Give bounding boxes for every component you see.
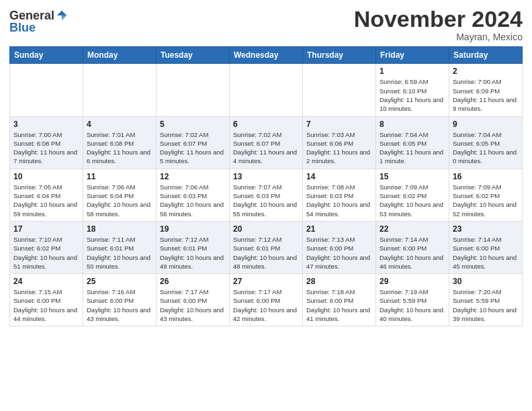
day-number: 21 bbox=[306, 224, 372, 234]
calendar-day-10: 10Sunrise: 7:05 AMSunset: 6:04 PMDayligh… bbox=[10, 169, 83, 221]
day-info: Sunrise: 6:59 AMSunset: 6:10 PMDaylight:… bbox=[380, 77, 445, 113]
month-title: November 2024 bbox=[354, 7, 523, 32]
day-info: Sunrise: 7:06 AMSunset: 6:03 PMDaylight:… bbox=[160, 183, 226, 218]
day-number: 20 bbox=[233, 224, 299, 234]
weekday-header-friday: Friday bbox=[376, 47, 449, 64]
day-number: 5 bbox=[160, 120, 226, 129]
calendar-day-17: 17Sunrise: 7:10 AMSunset: 6:02 PMDayligh… bbox=[10, 221, 83, 273]
day-info: Sunrise: 7:14 AMSunset: 6:00 PMDaylight:… bbox=[380, 235, 445, 271]
calendar-week-row: 1Sunrise: 6:59 AMSunset: 6:10 PMDaylight… bbox=[10, 64, 523, 116]
day-info: Sunrise: 7:12 AMSunset: 6:01 PMDaylight:… bbox=[233, 235, 299, 271]
calendar-day-12: 12Sunrise: 7:06 AMSunset: 6:03 PMDayligh… bbox=[157, 169, 230, 221]
day-number: 8 bbox=[380, 120, 445, 129]
day-info: Sunrise: 7:18 AMSunset: 6:00 PMDaylight:… bbox=[306, 287, 372, 323]
day-info: Sunrise: 7:09 AMSunset: 6:02 PMDaylight:… bbox=[453, 183, 519, 218]
day-number: 9 bbox=[453, 120, 519, 129]
calendar-day-3: 3Sunrise: 7:00 AMSunset: 6:08 PMDaylight… bbox=[10, 116, 83, 169]
logo-blue: Blue bbox=[9, 21, 36, 34]
weekday-header-monday: Monday bbox=[83, 47, 157, 64]
day-info: Sunrise: 7:02 AMSunset: 6:07 PMDaylight:… bbox=[160, 130, 226, 166]
day-info: Sunrise: 7:10 AMSunset: 6:02 PMDaylight:… bbox=[13, 235, 79, 271]
calendar-day-28: 28Sunrise: 7:18 AMSunset: 6:00 PMDayligh… bbox=[303, 274, 376, 326]
day-info: Sunrise: 7:07 AMSunset: 6:03 PMDaylight:… bbox=[233, 183, 299, 218]
svg-marker-1 bbox=[62, 15, 66, 20]
day-number: 22 bbox=[380, 224, 445, 234]
day-number: 18 bbox=[87, 224, 152, 234]
day-info: Sunrise: 7:17 AMSunset: 6:00 PMDaylight:… bbox=[160, 287, 226, 323]
calendar-day-30: 30Sunrise: 7:20 AMSunset: 5:59 PMDayligh… bbox=[449, 274, 523, 326]
day-info: Sunrise: 7:20 AMSunset: 5:59 PMDaylight:… bbox=[453, 287, 519, 323]
calendar-day-13: 13Sunrise: 7:07 AMSunset: 6:03 PMDayligh… bbox=[230, 169, 303, 221]
day-info: Sunrise: 7:00 AMSunset: 6:08 PMDaylight:… bbox=[13, 130, 79, 166]
calendar-empty-cell bbox=[157, 64, 230, 116]
day-number: 23 bbox=[453, 224, 519, 234]
day-number: 28 bbox=[306, 277, 372, 286]
day-info: Sunrise: 7:16 AMSunset: 6:00 PMDaylight:… bbox=[87, 287, 152, 323]
day-info: Sunrise: 7:19 AMSunset: 5:59 PMDaylight:… bbox=[380, 287, 445, 323]
day-number: 11 bbox=[87, 172, 152, 181]
weekday-header-thursday: Thursday bbox=[303, 47, 376, 64]
calendar-empty-cell bbox=[230, 64, 303, 116]
day-info: Sunrise: 7:13 AMSunset: 6:00 PMDaylight:… bbox=[306, 235, 372, 271]
calendar-day-18: 18Sunrise: 7:11 AMSunset: 6:01 PMDayligh… bbox=[83, 221, 157, 273]
calendar-day-15: 15Sunrise: 7:09 AMSunset: 6:02 PMDayligh… bbox=[376, 169, 449, 221]
logo-general: General bbox=[9, 9, 54, 21]
calendar-week-row: 24Sunrise: 7:15 AMSunset: 6:00 PMDayligh… bbox=[10, 274, 523, 326]
calendar-day-4: 4Sunrise: 7:01 AMSunset: 6:08 PMDaylight… bbox=[83, 116, 157, 169]
day-number: 29 bbox=[380, 277, 445, 286]
day-number: 17 bbox=[13, 224, 79, 234]
calendar-empty-cell bbox=[303, 64, 376, 116]
day-info: Sunrise: 7:02 AMSunset: 6:07 PMDaylight:… bbox=[233, 130, 299, 166]
page: General Blue November 2024 Mayran, Mexic… bbox=[0, 0, 532, 411]
day-info: Sunrise: 7:15 AMSunset: 6:00 PMDaylight:… bbox=[13, 287, 79, 323]
title-area: November 2024 Mayran, Mexico bbox=[354, 7, 523, 42]
day-number: 12 bbox=[160, 172, 226, 181]
logo: General Blue bbox=[9, 9, 68, 34]
calendar-day-20: 20Sunrise: 7:12 AMSunset: 6:01 PMDayligh… bbox=[230, 221, 303, 273]
calendar-empty-cell bbox=[83, 64, 157, 116]
calendar-day-16: 16Sunrise: 7:09 AMSunset: 6:02 PMDayligh… bbox=[449, 169, 523, 221]
day-info: Sunrise: 7:00 AMSunset: 6:09 PMDaylight:… bbox=[453, 77, 519, 113]
day-number: 6 bbox=[233, 120, 299, 129]
day-number: 15 bbox=[380, 172, 445, 181]
day-info: Sunrise: 7:06 AMSunset: 6:04 PMDaylight:… bbox=[87, 183, 152, 218]
calendar-week-row: 17Sunrise: 7:10 AMSunset: 6:02 PMDayligh… bbox=[10, 221, 523, 273]
day-number: 16 bbox=[453, 172, 519, 181]
calendar-day-25: 25Sunrise: 7:16 AMSunset: 6:00 PMDayligh… bbox=[83, 274, 157, 326]
calendar-day-19: 19Sunrise: 7:12 AMSunset: 6:01 PMDayligh… bbox=[157, 221, 230, 273]
header: General Blue November 2024 Mayran, Mexic… bbox=[9, 7, 523, 42]
day-number: 26 bbox=[160, 277, 226, 286]
calendar-week-row: 10Sunrise: 7:05 AMSunset: 6:04 PMDayligh… bbox=[10, 169, 523, 221]
day-number: 27 bbox=[233, 277, 299, 286]
calendar-day-9: 9Sunrise: 7:04 AMSunset: 6:05 PMDaylight… bbox=[449, 116, 523, 169]
logo-icon bbox=[56, 9, 68, 21]
day-number: 30 bbox=[453, 277, 519, 286]
day-number: 7 bbox=[306, 120, 372, 129]
day-info: Sunrise: 7:11 AMSunset: 6:01 PMDaylight:… bbox=[87, 235, 152, 271]
day-info: Sunrise: 7:04 AMSunset: 6:05 PMDaylight:… bbox=[380, 130, 445, 166]
svg-marker-0 bbox=[57, 11, 66, 15]
calendar-day-7: 7Sunrise: 7:03 AMSunset: 6:06 PMDaylight… bbox=[303, 116, 376, 169]
day-number: 1 bbox=[380, 66, 445, 76]
day-info: Sunrise: 7:08 AMSunset: 6:03 PMDaylight:… bbox=[306, 183, 372, 218]
weekday-header-wednesday: Wednesday bbox=[230, 47, 303, 64]
calendar-table: SundayMondayTuesdayWednesdayThursdayFrid… bbox=[9, 46, 523, 326]
day-info: Sunrise: 7:09 AMSunset: 6:02 PMDaylight:… bbox=[380, 183, 445, 218]
day-info: Sunrise: 7:05 AMSunset: 6:04 PMDaylight:… bbox=[13, 183, 79, 218]
day-info: Sunrise: 7:17 AMSunset: 6:00 PMDaylight:… bbox=[233, 287, 299, 323]
calendar-day-5: 5Sunrise: 7:02 AMSunset: 6:07 PMDaylight… bbox=[157, 116, 230, 169]
location-subtitle: Mayran, Mexico bbox=[354, 32, 523, 42]
weekday-header-sunday: Sunday bbox=[10, 47, 83, 64]
day-number: 2 bbox=[453, 66, 519, 76]
day-info: Sunrise: 7:04 AMSunset: 6:05 PMDaylight:… bbox=[453, 130, 519, 166]
day-number: 19 bbox=[160, 224, 226, 234]
weekday-header-tuesday: Tuesday bbox=[157, 47, 230, 64]
calendar-day-6: 6Sunrise: 7:02 AMSunset: 6:07 PMDaylight… bbox=[230, 116, 303, 169]
weekday-header-row: SundayMondayTuesdayWednesdayThursdayFrid… bbox=[10, 47, 523, 64]
calendar-week-row: 3Sunrise: 7:00 AMSunset: 6:08 PMDaylight… bbox=[10, 116, 523, 169]
calendar-day-8: 8Sunrise: 7:04 AMSunset: 6:05 PMDaylight… bbox=[376, 116, 449, 169]
weekday-header-saturday: Saturday bbox=[449, 47, 523, 64]
calendar-day-11: 11Sunrise: 7:06 AMSunset: 6:04 PMDayligh… bbox=[83, 169, 157, 221]
day-number: 10 bbox=[13, 172, 79, 181]
day-number: 24 bbox=[13, 277, 79, 286]
